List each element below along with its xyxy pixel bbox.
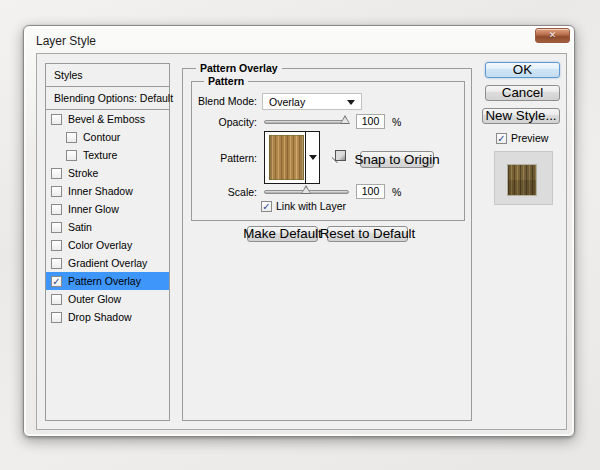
dialog-content: Styles Blending Options: Default Bevel &…	[36, 53, 567, 430]
preview-label: Preview	[511, 132, 548, 144]
pattern-label: Pattern:	[192, 152, 257, 165]
sidebar-item-pattern-overlay[interactable]: ✓Pattern Overlay	[46, 272, 169, 290]
pattern-subgroup: Pattern Blend Mode: Overlay Opacity: 100…	[191, 81, 465, 221]
sidebar-item-label: Pattern Overlay	[68, 275, 141, 287]
checkbox-checked-icon[interactable]: ✓	[261, 201, 272, 212]
checkbox-icon[interactable]	[51, 168, 62, 179]
pattern-thumbnail	[269, 135, 304, 180]
page-fold-icon	[332, 158, 338, 164]
chevron-down-icon	[309, 155, 317, 160]
sidebar-item-label: Outer Glow	[68, 293, 121, 305]
checkbox-icon[interactable]	[51, 186, 62, 197]
sidebar-item-label: Color Overlay	[68, 239, 132, 251]
sidebar-item-label: Gradient Overlay	[68, 257, 147, 269]
snap-to-origin-button[interactable]: Snap to Origin	[360, 151, 434, 168]
link-with-layer-checkbox[interactable]: ✓ Link with Layer	[261, 200, 346, 212]
scale-unit: %	[392, 186, 401, 199]
opacity-slider-thumb[interactable]	[340, 115, 350, 124]
sidebar-item-label: Inner Glow	[68, 203, 119, 215]
new-pattern-preset-button[interactable]	[331, 150, 346, 165]
style-preview-panel	[494, 151, 553, 205]
sidebar-item-inner-glow[interactable]: Inner Glow	[46, 200, 169, 218]
sidebar-item-label: Texture	[83, 149, 117, 161]
sidebar-item-texture[interactable]: Texture	[46, 146, 169, 164]
blend-mode-select[interactable]: Overlay	[262, 93, 362, 110]
ok-button[interactable]: OK	[485, 62, 560, 78]
cancel-button[interactable]: Cancel	[485, 85, 560, 101]
checkbox-icon[interactable]	[51, 294, 62, 305]
opacity-label: Opacity:	[192, 116, 257, 129]
sidebar-item-blending-options[interactable]: Blending Options: Default	[46, 87, 169, 110]
sidebar-item-satin[interactable]: Satin	[46, 218, 169, 236]
link-with-layer-label: Link with Layer	[276, 200, 346, 212]
subgroup-title: Pattern	[204, 75, 248, 88]
sidebar-item-drop-shadow[interactable]: Drop Shadow	[46, 308, 169, 326]
sidebar-item-label: Bevel & Emboss	[68, 113, 145, 125]
scale-label: Scale:	[192, 186, 257, 199]
close-button[interactable]: ✕	[535, 28, 570, 43]
checkbox-icon[interactable]	[51, 114, 62, 125]
sidebar-item-stroke[interactable]: Stroke	[46, 164, 169, 182]
layer-style-dialog: Layer Style ✕ Styles Blending Options: D…	[23, 25, 575, 437]
styles-sidebar: Styles Blending Options: Default Bevel &…	[45, 63, 170, 421]
sidebar-item-inner-shadow[interactable]: Inner Shadow	[46, 182, 169, 200]
reset-to-default-button[interactable]: Reset to Default	[327, 226, 408, 242]
pattern-overlay-group: Pattern Overlay Pattern Blend Mode: Over…	[182, 68, 472, 421]
scale-input[interactable]: 100	[356, 184, 385, 199]
blend-mode-value: Overlay	[269, 96, 305, 108]
pattern-swatch-picker[interactable]	[264, 131, 320, 184]
group-title: Pattern Overlay	[196, 62, 282, 75]
style-preview-thumbnail	[508, 165, 536, 195]
chevron-down-icon	[347, 100, 355, 105]
checkbox-checked-icon[interactable]: ✓	[496, 133, 507, 144]
sidebar-item-outer-glow[interactable]: Outer Glow	[46, 290, 169, 308]
make-default-button[interactable]: Make Default	[247, 226, 318, 242]
sidebar-item-label: Satin	[68, 221, 92, 233]
checkbox-icon[interactable]	[66, 150, 77, 161]
opacity-unit: %	[392, 116, 401, 129]
sidebar-item-label: Inner Shadow	[68, 185, 133, 197]
new-style-button[interactable]: New Style...	[482, 108, 560, 124]
opacity-input[interactable]: 100	[356, 114, 385, 129]
close-icon: ✕	[549, 31, 557, 40]
sidebar-item-contour[interactable]: Contour	[46, 128, 169, 146]
window-title: Layer Style	[36, 34, 96, 48]
checkbox-checked-icon[interactable]: ✓	[51, 276, 62, 287]
desktop-background: Layer Style ✕ Styles Blending Options: D…	[0, 0, 600, 470]
checkbox-icon[interactable]	[51, 258, 62, 269]
checkbox-icon[interactable]	[66, 132, 77, 143]
blend-mode-label: Blend Mode:	[192, 95, 257, 108]
scale-slider-thumb[interactable]	[301, 185, 311, 194]
sidebar-item-label: Drop Shadow	[68, 311, 132, 323]
preview-checkbox[interactable]: ✓ Preview	[496, 132, 548, 144]
pattern-dropdown-button[interactable]	[305, 132, 319, 183]
sidebar-item-color-overlay[interactable]: Color Overlay	[46, 236, 169, 254]
sidebar-item-label: Stroke	[68, 167, 98, 179]
sidebar-item-label: Contour	[83, 131, 120, 143]
sidebar-item-styles[interactable]: Styles	[46, 64, 169, 87]
checkbox-icon[interactable]	[51, 312, 62, 323]
sidebar-item-bevel-emboss[interactable]: Bevel & Emboss	[46, 110, 169, 128]
scale-slider[interactable]	[264, 190, 349, 194]
checkbox-icon[interactable]	[51, 204, 62, 215]
checkbox-icon[interactable]	[51, 222, 62, 233]
opacity-slider[interactable]	[264, 120, 349, 124]
sidebar-item-gradient-overlay[interactable]: Gradient Overlay	[46, 254, 169, 272]
sidebar-style-list: Bevel & EmbossContourTextureStrokeInner …	[46, 110, 169, 326]
checkbox-icon[interactable]	[51, 240, 62, 251]
